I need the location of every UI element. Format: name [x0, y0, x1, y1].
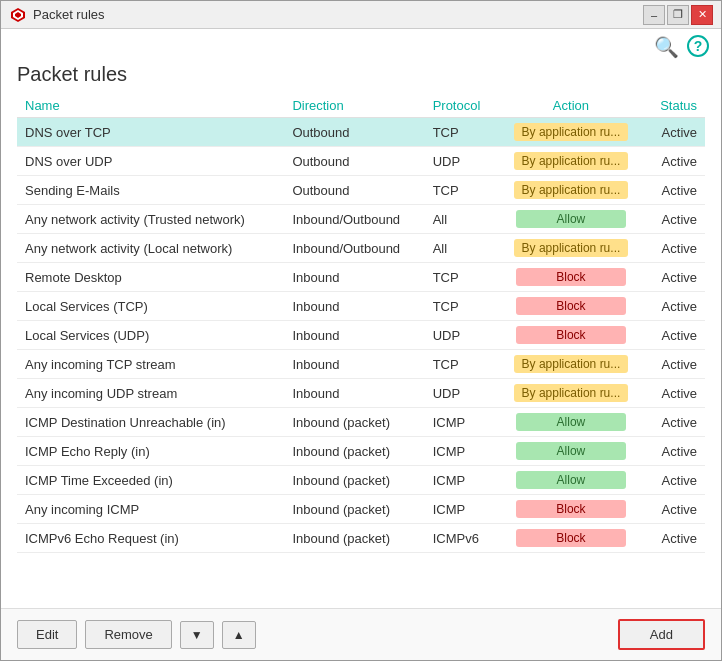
- cell-direction: Inbound: [284, 379, 424, 408]
- table-row[interactable]: Local Services (TCP) Inbound TCP Block A…: [17, 292, 705, 321]
- table-row[interactable]: Any incoming ICMP Inbound (packet) ICMP …: [17, 495, 705, 524]
- action-badge: Allow: [516, 210, 626, 228]
- rules-table: Name Direction Protocol Action Status DN…: [17, 94, 705, 553]
- cell-name: DNS over UDP: [17, 147, 284, 176]
- remove-button[interactable]: Remove: [85, 620, 171, 649]
- col-name: Name: [17, 94, 284, 118]
- table-row[interactable]: Local Services (UDP) Inbound UDP Block A…: [17, 321, 705, 350]
- minimize-button[interactable]: –: [643, 5, 665, 25]
- cell-status: Active: [645, 263, 705, 292]
- move-up-button[interactable]: ▲: [222, 621, 256, 649]
- table-row[interactable]: ICMP Echo Reply (in) Inbound (packet) IC…: [17, 437, 705, 466]
- action-badge: Allow: [516, 471, 626, 489]
- action-badge: By application ru...: [514, 384, 629, 402]
- table-row[interactable]: Any incoming UDP stream Inbound UDP By a…: [17, 379, 705, 408]
- title-bar-controls: – ❐ ✕: [643, 5, 713, 25]
- table-row[interactable]: Any network activity (Trusted network) I…: [17, 205, 705, 234]
- table-row[interactable]: DNS over TCP Outbound TCP By application…: [17, 118, 705, 147]
- cell-direction: Inbound/Outbound: [284, 205, 424, 234]
- table-row[interactable]: Any network activity (Local network) Inb…: [17, 234, 705, 263]
- cell-status: Active: [645, 234, 705, 263]
- table-row[interactable]: Remote Desktop Inbound TCP Block Active: [17, 263, 705, 292]
- table-container: Name Direction Protocol Action Status DN…: [1, 94, 721, 608]
- add-button[interactable]: Add: [618, 619, 705, 650]
- cell-protocol: TCP: [425, 263, 497, 292]
- table-row[interactable]: ICMPv6 Echo Request (in) Inbound (packet…: [17, 524, 705, 553]
- table-row[interactable]: DNS over UDP Outbound UDP By application…: [17, 147, 705, 176]
- action-badge: By application ru...: [514, 152, 629, 170]
- cell-direction: Inbound (packet): [284, 408, 424, 437]
- cell-name: Sending E-Mails: [17, 176, 284, 205]
- cell-protocol: TCP: [425, 350, 497, 379]
- cell-status: Active: [645, 350, 705, 379]
- cell-name: Any network activity (Trusted network): [17, 205, 284, 234]
- cell-action: By application ru...: [497, 147, 645, 176]
- move-down-button[interactable]: ▼: [180, 621, 214, 649]
- cell-action: Block: [497, 524, 645, 553]
- cell-status: Active: [645, 147, 705, 176]
- action-badge: By application ru...: [514, 123, 629, 141]
- cell-direction: Outbound: [284, 147, 424, 176]
- cell-action: Block: [497, 495, 645, 524]
- cell-action: Allow: [497, 466, 645, 495]
- cell-protocol: TCP: [425, 176, 497, 205]
- search-icon[interactable]: 🔍: [654, 35, 679, 59]
- cell-direction: Outbound: [284, 176, 424, 205]
- cell-direction: Inbound: [284, 321, 424, 350]
- cell-protocol: UDP: [425, 321, 497, 350]
- cell-status: Active: [645, 205, 705, 234]
- cell-name: Any incoming TCP stream: [17, 350, 284, 379]
- cell-protocol: ICMP: [425, 408, 497, 437]
- cell-direction: Inbound: [284, 292, 424, 321]
- cell-action: Block: [497, 321, 645, 350]
- action-badge: Block: [516, 297, 626, 315]
- cell-protocol: ICMPv6: [425, 524, 497, 553]
- col-action: Action: [497, 94, 645, 118]
- cell-name: Any incoming ICMP: [17, 495, 284, 524]
- cell-action: By application ru...: [497, 118, 645, 147]
- restore-button[interactable]: ❐: [667, 5, 689, 25]
- cell-protocol: ICMP: [425, 466, 497, 495]
- action-badge: By application ru...: [514, 181, 629, 199]
- cell-action: Allow: [497, 408, 645, 437]
- table-row[interactable]: Sending E-Mails Outbound TCP By applicat…: [17, 176, 705, 205]
- page-title: Packet rules: [1, 63, 721, 94]
- action-badge: Block: [516, 268, 626, 286]
- cell-protocol: All: [425, 205, 497, 234]
- table-body: DNS over TCP Outbound TCP By application…: [17, 118, 705, 553]
- cell-name: Remote Desktop: [17, 263, 284, 292]
- cell-name: Any incoming UDP stream: [17, 379, 284, 408]
- cell-status: Active: [645, 176, 705, 205]
- edit-button[interactable]: Edit: [17, 620, 77, 649]
- cell-protocol: All: [425, 234, 497, 263]
- action-badge: Allow: [516, 413, 626, 431]
- action-badge: Allow: [516, 442, 626, 460]
- action-badge: Block: [516, 326, 626, 344]
- cell-action: By application ru...: [497, 379, 645, 408]
- cell-name: Local Services (UDP): [17, 321, 284, 350]
- cell-status: Active: [645, 321, 705, 350]
- cell-status: Active: [645, 495, 705, 524]
- table-header-row: Name Direction Protocol Action Status: [17, 94, 705, 118]
- cell-name: ICMP Time Exceeded (in): [17, 466, 284, 495]
- footer: Edit Remove ▼ ▲ Add: [1, 608, 721, 660]
- col-direction: Direction: [284, 94, 424, 118]
- action-badge: Block: [516, 529, 626, 547]
- help-icon[interactable]: ?: [687, 35, 709, 57]
- cell-action: Block: [497, 263, 645, 292]
- cell-name: ICMP Echo Reply (in): [17, 437, 284, 466]
- cell-protocol: ICMP: [425, 495, 497, 524]
- close-button[interactable]: ✕: [691, 5, 713, 25]
- cell-status: Active: [645, 437, 705, 466]
- title-bar: Packet rules – ❐ ✕: [1, 1, 721, 29]
- cell-protocol: TCP: [425, 292, 497, 321]
- col-status: Status: [645, 94, 705, 118]
- title-bar-left: Packet rules: [9, 6, 105, 24]
- table-row[interactable]: ICMP Time Exceeded (in) Inbound (packet)…: [17, 466, 705, 495]
- cell-direction: Inbound/Outbound: [284, 234, 424, 263]
- cell-action: Allow: [497, 205, 645, 234]
- table-row[interactable]: Any incoming TCP stream Inbound TCP By a…: [17, 350, 705, 379]
- action-badge: By application ru...: [514, 239, 629, 257]
- table-row[interactable]: ICMP Destination Unreachable (in) Inboun…: [17, 408, 705, 437]
- cell-name: ICMPv6 Echo Request (in): [17, 524, 284, 553]
